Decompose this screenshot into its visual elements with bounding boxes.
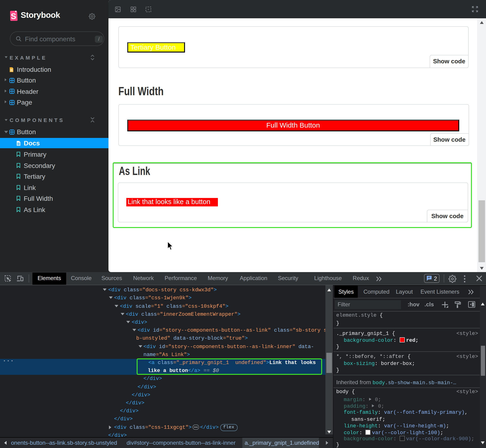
svg-text:S: S [11,11,16,21]
